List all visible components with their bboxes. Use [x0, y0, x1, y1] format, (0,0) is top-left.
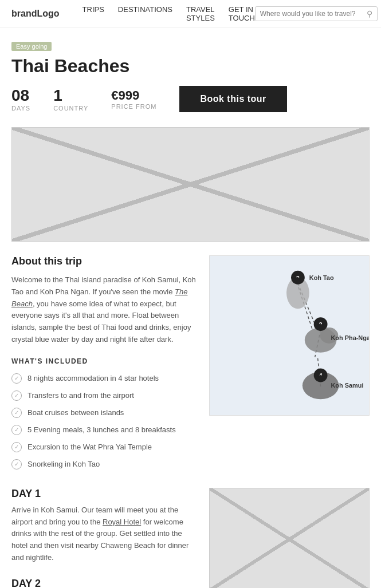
svg-text:Koh Samui: Koh Samui	[331, 382, 363, 389]
book-button[interactable]: Book this tour	[179, 86, 286, 112]
nav-trips[interactable]: TRIPS	[83, 5, 104, 22]
svg-text:Koh Pha-Ngan: Koh Pha-Ngan	[331, 334, 369, 341]
about-text: Welcome to the Thai island paradise of K…	[11, 274, 198, 346]
included-list: ✓8 nights accommodation in 4 star hotels…	[11, 373, 198, 469]
page-title: Thai Beaches	[11, 56, 370, 77]
included-item: ✓5 Evening meals, 3 lunches and 8 breakf…	[11, 425, 198, 435]
days-number: 08	[11, 86, 30, 105]
page-header: Easy going Thai Beaches 08 DAYS 1 COUNTR…	[0, 27, 381, 121]
price-meta: €999 PRICE FROM	[111, 88, 156, 110]
map-container: 2 Koh Tao 2 Koh Pha-Ngan 4 Koh Samui	[209, 255, 370, 416]
days-section: DAY 1 Arrive in Koh Samui. Our team will…	[11, 488, 370, 588]
day-1-text: Arrive in Koh Samui. Our team will meet …	[11, 504, 198, 564]
included-text: Excursion to the Wat Phra Yai Temple	[28, 443, 152, 451]
navigation: brandLogo TRIPS DESTINATIONS TRAVEL STYL…	[0, 0, 381, 27]
about-title: About this trip	[11, 255, 198, 267]
day-image-right	[209, 488, 370, 588]
check-icon: ✓	[11, 459, 22, 469]
main-content: About this trip Welcome to the Thai isla…	[0, 255, 381, 588]
country-number: 1	[53, 86, 88, 105]
map-column: 2 Koh Tao 2 Koh Pha-Ngan 4 Koh Samui	[209, 255, 370, 476]
image-placeholder-right	[210, 488, 369, 588]
map-svg: 2 Koh Tao 2 Koh Pha-Ngan 4 Koh Samui	[210, 256, 369, 415]
days-label: DAYS	[11, 105, 30, 112]
check-icon: ✓	[11, 373, 22, 384]
included-text: 5 Evening meals, 3 lunches and 8 breakfa…	[28, 425, 176, 434]
check-icon: ✓	[11, 425, 22, 435]
days-right: DAY 4 It's the last day in Koh Samui. Jo…	[209, 488, 370, 588]
check-icon: ✓	[11, 390, 22, 401]
trip-meta: 08 DAYS 1 COUNTRY €999 PRICE FROM Book t…	[11, 86, 370, 112]
about-section: About this trip Welcome to the Thai isla…	[11, 255, 370, 476]
svg-text:Koh Tao: Koh Tao	[309, 274, 334, 281]
difficulty-badge: Easy going	[11, 42, 52, 51]
included-text: Transfers to and from the airport	[28, 391, 134, 400]
check-icon: ✓	[11, 408, 22, 418]
included-title: WHAT'S INCLUDED	[11, 357, 198, 365]
days-meta: 08 DAYS	[11, 86, 30, 112]
nav-get-in-touch[interactable]: GET IN TOUCH	[229, 5, 255, 22]
days-left: DAY 1 Arrive in Koh Samui. Our team will…	[11, 488, 198, 588]
day-2-title: DAY 2	[11, 578, 198, 588]
day-1-title: DAY 1	[11, 488, 198, 500]
included-item: ✓Transfers to and from the airport	[11, 390, 198, 401]
search-icon: ⚲	[367, 9, 372, 18]
brand-logo[interactable]: brandLogo	[11, 9, 60, 19]
included-item: ✓Excursion to the Wat Phra Yai Temple	[11, 442, 198, 452]
about-left: About this trip Welcome to the Thai isla…	[11, 255, 198, 476]
included-text: Snorkeling in Koh Tao	[28, 460, 100, 468]
included-text: 8 nights accommodation in 4 star hotels	[28, 374, 159, 382]
nav-destinations[interactable]: DESTINATIONS	[118, 5, 172, 22]
nav-travel-styles[interactable]: TRAVEL STYLES	[186, 5, 215, 22]
hero-image	[11, 127, 370, 242]
search-bar[interactable]: ⚲	[255, 6, 378, 21]
included-item: ✓Boat cruises between islands	[11, 408, 198, 418]
country-meta: 1 COUNTRY	[53, 86, 88, 112]
included-item: ✓8 nights accommodation in 4 star hotels	[11, 373, 198, 384]
price-value: €999	[111, 88, 156, 103]
included-text: Boat cruises between islands	[28, 408, 124, 417]
day-2: DAY 2 After breakfast at the hotel, we w…	[11, 578, 198, 588]
check-icon: ✓	[11, 442, 22, 452]
search-input[interactable]	[260, 10, 363, 18]
price-label: PRICE FROM	[111, 103, 156, 110]
included-item: ✓Snorkeling in Koh Tao	[11, 459, 198, 469]
day-1: DAY 1 Arrive in Koh Samui. Our team will…	[11, 488, 198, 564]
hero-placeholder	[12, 128, 369, 241]
country-label: COUNTRY	[53, 105, 88, 112]
nav-links: TRIPS DESTINATIONS TRAVEL STYLES GET IN …	[83, 5, 255, 22]
